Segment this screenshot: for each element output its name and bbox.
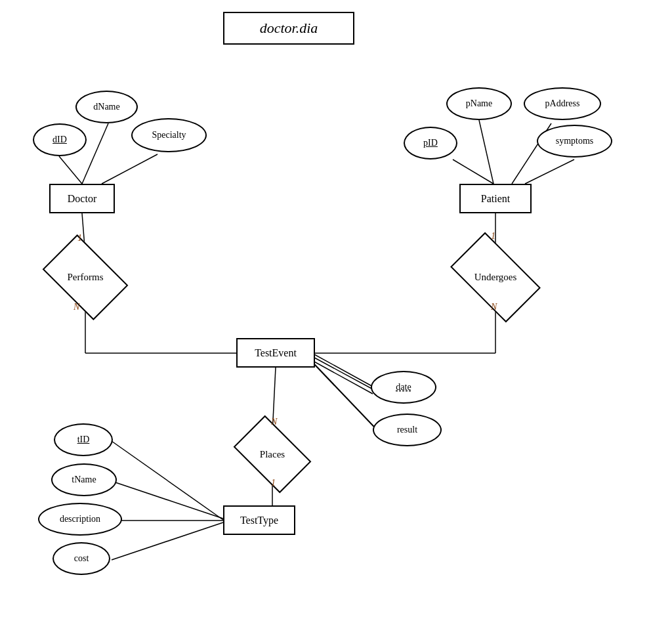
entity-test-event: TestEvent xyxy=(236,338,315,368)
diagram-title: doctor.dia xyxy=(223,12,354,45)
entity-doctor: Doctor xyxy=(49,184,115,213)
relationship-undergoes: Undergoes xyxy=(456,253,535,302)
attribute-did: dID xyxy=(33,123,87,156)
svg-line-20 xyxy=(112,441,223,520)
attribute-description: description xyxy=(38,503,122,536)
svg-line-6 xyxy=(453,160,494,184)
cardinality-undergoes-top: 1 xyxy=(491,231,495,242)
attribute-dname: dName xyxy=(75,91,138,123)
svg-line-0 xyxy=(59,156,82,184)
svg-line-15 xyxy=(307,358,373,394)
svg-line-21 xyxy=(112,481,223,519)
relationship-performs: Performs xyxy=(49,253,121,302)
cardinality-performs-top: 1 xyxy=(77,233,82,244)
svg-line-9 xyxy=(525,160,574,184)
svg-line-7 xyxy=(479,120,494,184)
attribute-symptoms: symptoms xyxy=(537,125,612,158)
cardinality-undergoes-bottom: N xyxy=(491,302,497,312)
entity-test-type: TestType xyxy=(223,505,295,535)
svg-line-2 xyxy=(102,154,158,184)
attribute-cost: cost xyxy=(52,542,110,575)
attribute-paddress: pAddress xyxy=(524,87,601,120)
svg-line-23 xyxy=(112,522,223,560)
cardinality-places-bottom: 1 xyxy=(271,478,276,488)
attribute-specialty: Specialty xyxy=(131,118,207,152)
attribute-date: date xyxy=(371,371,436,404)
svg-line-14 xyxy=(308,354,374,390)
cardinality-places-top: N xyxy=(271,417,277,427)
attribute-tid: tID xyxy=(54,423,113,456)
attribute-tname: tName xyxy=(51,463,117,496)
attribute-pid: pID xyxy=(404,127,457,160)
cardinality-performs-bottom: N xyxy=(74,302,79,312)
entity-patient: Patient xyxy=(459,184,532,213)
attribute-result: result xyxy=(373,414,442,446)
relationship-places: Places xyxy=(240,432,305,477)
svg-line-1 xyxy=(82,123,108,184)
attribute-pname: pName xyxy=(446,87,512,120)
